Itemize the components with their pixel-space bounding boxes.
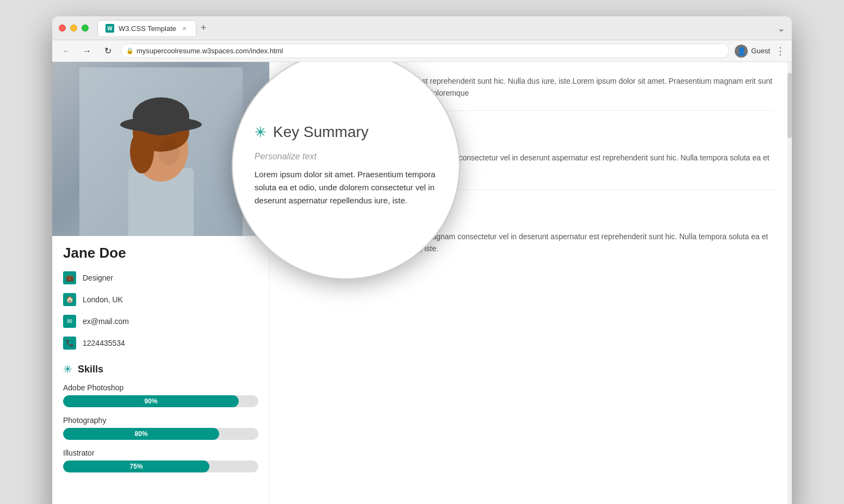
svg-point-5: [130, 130, 154, 173]
skill-name-illustrator: Illustrator: [63, 449, 258, 457]
skill-bar-fill-illustrator: 75%: [63, 461, 209, 472]
name-section: Jane Doe: [52, 236, 269, 267]
close-button[interactable]: [59, 24, 66, 32]
skill-bar-bg-photography: 80%: [63, 428, 258, 440]
skill-bar-fill-photography: 80%: [63, 428, 219, 440]
skill-bar-label-illustrator: 75%: [130, 463, 143, 470]
tab-favicon: W: [105, 24, 114, 33]
person-name: Jane Doe: [63, 245, 258, 262]
maximize-button[interactable]: [82, 24, 89, 32]
skill-item-photoshop: Adobe Photoshop 90%: [63, 383, 258, 407]
title-bar: W W3.CSS Template ✕ + ⌄: [52, 16, 792, 40]
address-bar: ← → ↻ 🔒 mysupercoolresume.w3spaces.com/i…: [52, 40, 792, 62]
info-item-email: ✉ ex@mail.com: [63, 310, 258, 332]
tab-title: W3.CSS Template: [119, 24, 176, 33]
info-item-job: 💼 Designer: [63, 267, 258, 289]
skill-item-photography: Photography 80%: [63, 416, 258, 440]
info-item-phone: 📞 1224435534: [63, 332, 258, 354]
back-button[interactable]: ←: [59, 43, 74, 59]
magnifier-section-title: Key Summary: [273, 123, 369, 141]
skill-bar-label-photography: 80%: [135, 430, 148, 438]
profile-illustration: [79, 67, 243, 236]
magnifier-content: ✳ Key Summary Personalize text Lorem ips…: [255, 123, 437, 207]
lock-icon: 🔒: [126, 47, 134, 54]
tab-bar: W W3.CSS Template ✕ +: [97, 20, 785, 36]
magnifier-subtitle: Personalize text: [255, 152, 437, 161]
refresh-button[interactable]: ↻: [100, 43, 115, 59]
skills-header: ✳ Skills: [63, 363, 258, 376]
browser-menu-button[interactable]: ⋮: [775, 45, 785, 57]
traffic-lights: [59, 24, 89, 32]
email-icon: ✉: [63, 315, 76, 328]
magnifier-header: ✳ Key Summary: [255, 123, 437, 141]
info-item-location: 🏠 London, UK: [63, 289, 258, 310]
svg-point-7: [133, 97, 189, 135]
phone-text: 1224435534: [83, 339, 125, 347]
address-input[interactable]: mysupercoolresume.w3spaces.com/index.htm…: [121, 43, 729, 58]
profile-icon: 👤: [735, 45, 748, 58]
svg-point-8: [158, 138, 180, 165]
scrollbar-track: [787, 62, 792, 504]
skill-name-photoshop: Adobe Photoshop: [63, 383, 258, 392]
magnifier-body: Lorem ipsum dolor sit amet. Praesentium …: [255, 168, 437, 207]
profile-name: Guest: [751, 47, 770, 55]
phone-icon: 📞: [63, 337, 76, 350]
minimize-button[interactable]: [70, 24, 77, 32]
skills-icon: ✳: [63, 363, 72, 376]
scrollbar-thumb[interactable]: [787, 73, 792, 138]
skills-section: ✳ Skills Adobe Photoshop 90% Photography: [52, 354, 269, 472]
skill-bar-fill-photoshop: 90%: [63, 395, 239, 407]
email-text: ex@mail.com: [83, 317, 129, 326]
forward-button[interactable]: →: [79, 43, 95, 59]
location-text: London, UK: [83, 295, 123, 304]
skill-item-illustrator: Illustrator 75%: [63, 449, 258, 472]
skill-bar-label-photoshop: 90%: [145, 397, 158, 405]
resume-container: Jane Doe 💼 Designer 🏠 London, UK ✉ ex@ma…: [52, 62, 792, 504]
info-list: 💼 Designer 🏠 London, UK ✉ ex@mail.com 📞 …: [52, 267, 269, 354]
skill-bar-bg-photoshop: 90%: [63, 395, 258, 407]
skills-title: Skills: [78, 364, 103, 375]
job-text: Designer: [83, 273, 113, 282]
tab-close-button[interactable]: ✕: [181, 24, 188, 32]
address-wrapper: 🔒 mysupercoolresume.w3spaces.com/index.h…: [121, 43, 729, 58]
browser-tab[interactable]: W W3.CSS Template ✕: [97, 20, 196, 36]
magnifier-section-icon: ✳: [255, 124, 266, 141]
profile-area: 👤 Guest: [735, 45, 770, 58]
location-icon: 🏠: [63, 293, 76, 306]
browser-window: W W3.CSS Template ✕ + ⌄ ← → ↻ 🔒 mysuperc…: [52, 16, 792, 504]
skill-name-photography: Photography: [63, 416, 258, 425]
new-tab-button[interactable]: +: [196, 22, 211, 34]
skill-bar-bg-illustrator: 75%: [63, 461, 258, 472]
window-chevron: ⌄: [777, 22, 785, 34]
job-icon: 💼: [63, 271, 76, 284]
